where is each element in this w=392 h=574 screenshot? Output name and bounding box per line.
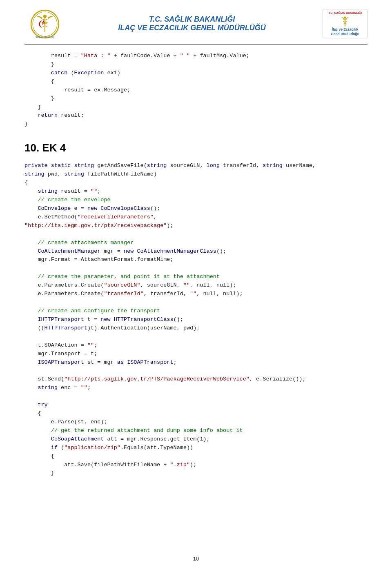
code-top: result = "Hata : " + faultCode.Value + "… <box>24 52 368 129</box>
code-main-text: private static string getAndSaveFile(str… <box>24 162 316 476</box>
page-number: 10 <box>0 556 392 562</box>
ministry-logo-icon: SAĞLIK BAKANLIĞI <box>27 9 63 39</box>
code-main: private static string getAndSaveFile(str… <box>24 162 368 478</box>
svg-point-4 <box>43 15 47 18</box>
page: SAĞLIK BAKANLIĞI T.C. SAĞLIK BAKANLIĞI İ… <box>0 0 392 574</box>
logo-right: T.C. SAĞLIK BAKANLIĞI İlaç ve Eczacılık … <box>318 7 368 40</box>
logo-right-box: T.C. SAĞLIK BAKANLIĞI İlaç ve Eczacılık … <box>323 9 368 38</box>
header-title-line1: T.C. SAĞLIK BAKANLIĞI <box>65 15 318 24</box>
logo-right-top: T.C. SAĞLIK BAKANLIĞI <box>328 11 362 15</box>
header: SAĞLIK BAKANLIĞI T.C. SAĞLIK BAKANLIĞI İ… <box>24 0 368 44</box>
logo-left: SAĞLIK BAKANLIĞI <box>24 7 65 40</box>
caduceus-icon <box>339 16 352 27</box>
svg-text:SAĞLIK BAKANLIĞI: SAĞLIK BAKANLIĞI <box>36 36 54 38</box>
header-title: T.C. SAĞLIK BAKANLIĞI İLAÇ VE ECZACILIK … <box>65 15 318 32</box>
section-heading-text: 10. EK 4 <box>24 142 66 154</box>
content: result = "Hata : " + faultCode.Value + "… <box>24 44 368 478</box>
svg-point-7 <box>344 16 346 18</box>
section-heading: 10. EK 4 <box>24 142 368 154</box>
logo-right-mid: İlaç ve Eczacılık <box>332 27 358 32</box>
logo-right-bot: Genel Müdürlüğü <box>331 32 359 36</box>
header-title-line2: İLAÇ VE ECZACILIK GENEL MÜDÜRLÜĞÜ <box>65 24 318 32</box>
code-top-text: result = "Hata : " + faultCode.Value + "… <box>24 53 249 127</box>
